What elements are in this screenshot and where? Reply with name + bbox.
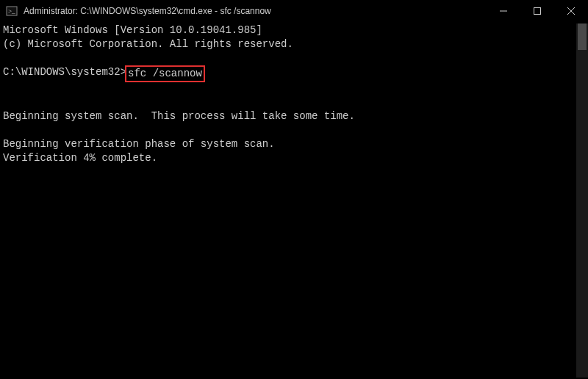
cmd-window: >_ Administrator: C:\WINDOWS\system32\cm…	[0, 0, 588, 379]
scrollbar-thumb[interactable]	[578, 24, 587, 50]
copyright-line: (c) Microsoft Corporation. All rights re…	[3, 38, 293, 50]
prompt: C:\WINDOWS\system32>	[3, 65, 126, 82]
version-line: Microsoft Windows [Version 10.0.19041.98…	[3, 24, 262, 36]
window-title: Administrator: C:\WINDOWS\system32\cmd.e…	[22, 6, 487, 16]
typed-command: sfc /scannow	[128, 68, 202, 79]
close-button[interactable]	[554, 0, 588, 22]
minimize-button[interactable]	[487, 0, 520, 22]
svg-rect-3	[534, 8, 541, 15]
scan-start-line: Beginning system scan. This process will…	[3, 110, 355, 122]
maximize-button[interactable]	[520, 0, 554, 22]
progress-line: Verification 4% complete.	[3, 152, 157, 164]
titlebar[interactable]: >_ Administrator: C:\WINDOWS\system32\cm…	[0, 0, 588, 22]
scrollbar-track[interactable]	[576, 24, 588, 378]
cmd-icon: >_	[6, 5, 18, 17]
window-controls	[487, 0, 588, 22]
console-text: Microsoft Windows [Version 10.0.19041.98…	[3, 24, 576, 378]
verify-phase-line: Beginning verification phase of system s…	[3, 138, 275, 150]
console-body[interactable]: Microsoft Windows [Version 10.0.19041.98…	[0, 22, 588, 379]
command-highlight: sfc /scannow	[125, 65, 205, 82]
svg-text:>_: >_	[8, 7, 15, 15]
